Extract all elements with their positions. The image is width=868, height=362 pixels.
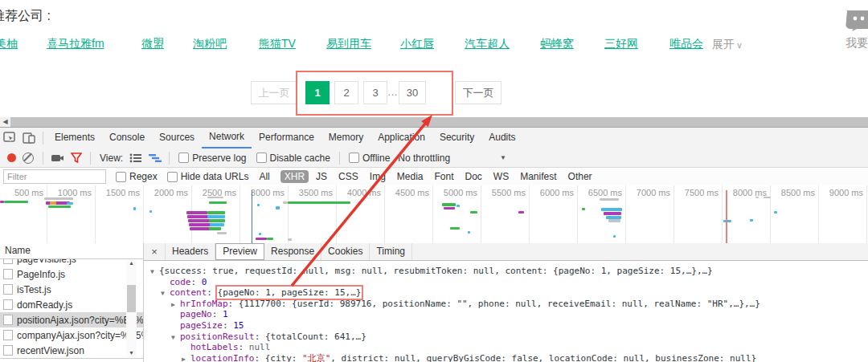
waterfall-bar: [149, 210, 152, 213]
file-row[interactable]: companyAjax.json?city=%E5%: [0, 327, 143, 343]
json-line[interactable]: ▼{success: true, requestId: null, msg: n…: [145, 266, 868, 277]
tab-audits[interactable]: Audits: [481, 128, 522, 147]
filter-type-font[interactable]: Font: [431, 170, 458, 183]
json-line[interactable]: ▼content: {pageNo: 1, pageSize: 15,…}: [145, 287, 868, 299]
json-line[interactable]: pageNo: 1: [145, 309, 868, 320]
file-row[interactable]: pageVisible.js: [0, 259, 143, 266]
detail-tab-headers[interactable]: Headers: [166, 243, 215, 260]
regex-checkbox[interactable]: Regex: [116, 171, 158, 182]
json-line[interactable]: pageSize: 15: [145, 320, 868, 331]
timeline-tick-label: 4500 ms: [387, 188, 429, 197]
disclosure-triangle-icon[interactable]: ▼: [161, 288, 170, 299]
json-line[interactable]: ▼positionResult: {totalCount: 641,…}: [145, 331, 868, 343]
network-toolbar: View: Preserve logDisable cacheOffline N…: [0, 148, 868, 168]
company-link[interactable]: 淘粉吧: [193, 37, 227, 51]
feedback-label[interactable]: 我要反馈: [845, 36, 868, 51]
pagination-page-button[interactable]: 2: [334, 81, 358, 104]
detail-pane: × HeadersPreviewResponseCookiesTiming ▼{…: [144, 243, 868, 362]
filter-type-css[interactable]: CSS: [334, 170, 362, 183]
disable-cache-checkbox[interactable]: Disable cache: [256, 153, 330, 164]
filter-type-doc[interactable]: Doc: [461, 170, 486, 183]
pagination-page-button[interactable]: 3: [363, 81, 387, 104]
tab-application[interactable]: Application: [371, 128, 432, 147]
files-scrollbar[interactable]: ▲ ▼: [126, 259, 137, 357]
device-toolbar-icon[interactable]: [22, 131, 36, 145]
company-link[interactable]: 三好网: [604, 37, 638, 51]
disclosure-triangle-icon[interactable]: ▶: [182, 354, 190, 362]
company-link[interactable]: 唯品会: [669, 37, 703, 51]
filter-type-manifest[interactable]: Manifest: [516, 170, 560, 183]
file-row[interactable]: positionAjax.json?city=%E5%8: [0, 312, 143, 327]
detail-tab-timing[interactable]: Timing: [370, 243, 412, 260]
file-row[interactable]: isTest.js: [0, 282, 143, 297]
scrollbar-thumb[interactable]: [127, 285, 136, 312]
pagination-prev-button[interactable]: 上一页: [251, 81, 297, 104]
pagination-next-button[interactable]: 下一页: [455, 81, 502, 104]
preserve-log-checkbox[interactable]: Preserve log: [178, 153, 246, 164]
filter-type-ws[interactable]: WS: [489, 170, 513, 183]
json-line[interactable]: code: 0: [145, 277, 868, 288]
filter-input[interactable]: [3, 169, 106, 184]
disclosure-triangle-icon[interactable]: ▶: [171, 299, 180, 311]
throttling-select[interactable]: No throttling: [398, 153, 450, 164]
filter-funnel-icon[interactable]: [69, 151, 84, 165]
view-label: View:: [100, 153, 123, 164]
scroll-down-arrow-icon[interactable]: ▼: [126, 349, 137, 357]
tab-performance[interactable]: Performance: [252, 128, 321, 147]
hide-data-urls-checkbox[interactable]: Hide data URLs: [167, 171, 249, 182]
divider: [169, 152, 170, 165]
pagination-page-button[interactable]: 30: [399, 81, 426, 104]
tab-sources[interactable]: Sources: [152, 128, 202, 147]
scroll-up-arrow-icon[interactable]: ▲: [126, 259, 137, 267]
filter-type-other[interactable]: Other: [564, 170, 596, 183]
filter-type-xhr[interactable]: XHR: [280, 170, 309, 183]
timeline-overview[interactable]: 500 ms1000 ms1500 ms2000 ms2500 ms3000 m…: [0, 185, 868, 244]
name-column-header[interactable]: Name: [0, 243, 143, 259]
json-line[interactable]: ▶locationInfo: {city: "北京", district: nu…: [145, 353, 868, 362]
company-link[interactable]: 微盟: [141, 37, 164, 51]
company-link[interactable]: 小红唇: [400, 37, 434, 51]
throttling-dropdown-arrow-icon[interactable]: ▼: [500, 154, 506, 161]
horizontal-scrollbar[interactable]: ◀: [0, 117, 868, 127]
company-link[interactable]: 蚂蜂窝: [540, 37, 574, 51]
filter-type-media[interactable]: Media: [393, 170, 428, 183]
company-link[interactable]: 汽车超人: [465, 37, 510, 51]
filter-type-js[interactable]: JS: [312, 170, 331, 183]
tab-network[interactable]: Network: [202, 128, 252, 148]
tab-console[interactable]: Console: [102, 128, 152, 147]
tab-elements[interactable]: Elements: [47, 128, 102, 147]
tab-security[interactable]: Security: [432, 128, 481, 147]
screenshot-camera-icon[interactable]: [50, 151, 64, 165]
file-row[interactable]: PageInfo.js: [0, 266, 143, 282]
inspect-element-icon[interactable]: [2, 131, 17, 145]
feedback-bubble-icon[interactable]: [845, 9, 868, 31]
offline-checkbox[interactable]: Offline: [349, 153, 390, 164]
json-line[interactable]: hotLabels: null: [145, 342, 868, 353]
waterfall-view-icon[interactable]: [148, 151, 162, 165]
close-icon[interactable]: ×: [144, 243, 166, 260]
company-link[interactable]: 美柚: [0, 37, 18, 51]
tab-memory[interactable]: Memory: [321, 128, 371, 147]
file-row[interactable]: recentView.json: [0, 343, 143, 358]
clear-icon[interactable]: [23, 153, 34, 164]
filter-type-all[interactable]: All: [255, 170, 273, 183]
company-link[interactable]: 喜马拉雅fm: [47, 37, 104, 51]
disclosure-triangle-icon[interactable]: ▼: [171, 332, 180, 344]
json-line[interactable]: ▶hrInfoMap: {1117700: {userId: 989716, p…: [145, 299, 868, 310]
file-row[interactable]: domReady.js: [0, 297, 143, 312]
company-link[interactable]: 易到用车: [326, 37, 371, 51]
detail-tab-cookies[interactable]: Cookies: [321, 243, 370, 260]
filter-type-img[interactable]: Img: [366, 170, 390, 183]
company-link[interactable]: 熊猫TV: [259, 37, 296, 51]
scroll-left-arrow-icon[interactable]: ◀: [0, 117, 10, 127]
waterfall-bar: [4, 201, 28, 203]
pagination-page-button[interactable]: 1: [305, 81, 330, 104]
disclosure-triangle-icon[interactable]: ▼: [150, 266, 159, 278]
scrollbar-thumb[interactable]: [10, 117, 868, 127]
list-view-icon[interactable]: [129, 151, 143, 165]
timeline-gridline: [481, 185, 481, 243]
detail-tab-response[interactable]: Response: [264, 243, 321, 260]
expand-toggle[interactable]: 展开∨: [712, 38, 743, 52]
detail-tab-preview[interactable]: Preview: [215, 243, 264, 260]
record-button[interactable]: [7, 153, 16, 162]
